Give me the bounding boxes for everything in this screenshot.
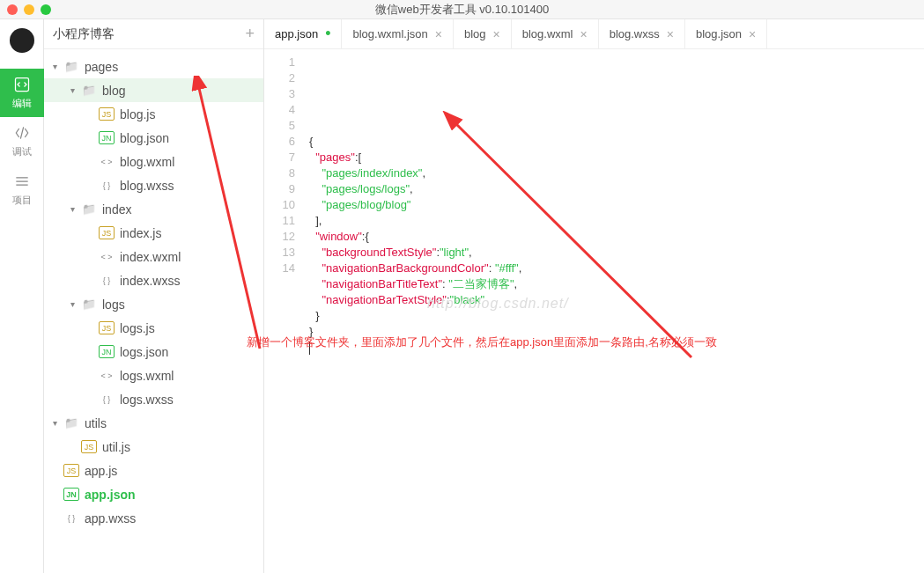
file-index-js[interactable]: index.js [44, 221, 263, 245]
project-name: 小程序博客 [53, 26, 115, 42]
explorer-header: 小程序博客 + [44, 19, 263, 49]
file-index-wxml[interactable]: index.wxml [44, 245, 263, 268]
tab-blog[interactable]: blog× [454, 19, 512, 48]
titlebar: 微信web开发者工具 v0.10.101400 [0, 0, 924, 19]
window-controls [7, 4, 51, 15]
folder-logs[interactable]: ▾logs [44, 292, 263, 316]
minimize-window-icon[interactable] [24, 4, 34, 15]
code-lines[interactable]: http://blog.csdn.net/ { "pages":[ "pages… [304, 49, 924, 573]
close-icon[interactable]: × [493, 27, 500, 41]
tab-blog-wxss[interactable]: blog.wxss× [599, 19, 685, 48]
folder-blog[interactable]: ▾blog [44, 78, 263, 102]
file-app-json[interactable]: app.json [44, 482, 263, 506]
folder-index[interactable]: ▾index [44, 197, 263, 221]
file-logs-wxml[interactable]: logs.wxml [44, 364, 263, 387]
window-title: 微信web开发者工具 v0.10.101400 [375, 2, 549, 18]
maximize-window-icon[interactable] [41, 4, 51, 15]
file-blog-wxml[interactable]: blog.wxml [44, 150, 263, 173]
annotation-text: 新增一个博客文件夹，里面添加了几个文件，然后在app.json里面添加一条路由,… [247, 334, 717, 350]
tab-app-json[interactable]: app.json• [264, 19, 342, 48]
file-tree: ▾pages ▾blog blog.js blog.json blog.wxml… [44, 49, 263, 573]
folder-utils[interactable]: ▾utils [44, 411, 263, 435]
tool-project[interactable]: 项目 [0, 165, 44, 214]
tab-blog-wxml[interactable]: blog.wxml× [512, 19, 599, 48]
file-blog-js[interactable]: blog.js [44, 102, 263, 126]
avatar[interactable] [10, 28, 34, 53]
file-app-wxss[interactable]: app.wxss [44, 506, 263, 530]
watermark: http://blog.csdn.net/ [427, 296, 569, 312]
line-gutter: 1234567891011121314 [264, 49, 304, 573]
close-window-icon[interactable] [7, 4, 18, 15]
tab-blog-json[interactable]: blog.json× [685, 19, 767, 48]
tab-blog-wxml-json[interactable]: blog.wxml.json× [342, 19, 453, 48]
modified-icon: • [325, 25, 330, 43]
close-icon[interactable]: × [435, 27, 442, 41]
close-icon[interactable]: × [667, 27, 674, 41]
file-blog-json[interactable]: blog.json [44, 126, 263, 150]
code-brackets-icon [13, 76, 31, 93]
file-logs-js[interactable]: logs.js [44, 316, 263, 340]
activity-bar: 编辑 调试 项目 [0, 19, 44, 573]
tool-debug[interactable]: 调试 [0, 117, 44, 165]
close-icon[interactable]: × [580, 27, 587, 41]
file-logs-json[interactable]: logs.json [44, 340, 263, 364]
file-index-wxss[interactable]: index.wxss [44, 268, 263, 292]
menu-icon [13, 173, 31, 190]
file-explorer: 小程序博客 + ▾pages ▾blog blog.js blog.json b… [44, 19, 264, 573]
editor-pane: app.json• blog.wxml.json× blog× blog.wxm… [264, 19, 924, 573]
debug-icon [13, 124, 31, 142]
code-editor[interactable]: 1234567891011121314 http://blog.csdn.net… [264, 49, 924, 573]
file-util-js[interactable]: util.js [44, 435, 263, 459]
file-app-js[interactable]: app.js [44, 459, 263, 482]
tool-edit[interactable]: 编辑 [0, 69, 44, 117]
close-icon[interactable]: × [749, 27, 756, 41]
file-blog-wxss[interactable]: blog.wxss [44, 173, 263, 197]
add-file-button[interactable]: + [245, 25, 255, 43]
folder-pages[interactable]: ▾pages [44, 55, 263, 78]
editor-tabs: app.json• blog.wxml.json× blog× blog.wxm… [264, 19, 924, 49]
file-logs-wxss[interactable]: logs.wxss [44, 387, 263, 411]
